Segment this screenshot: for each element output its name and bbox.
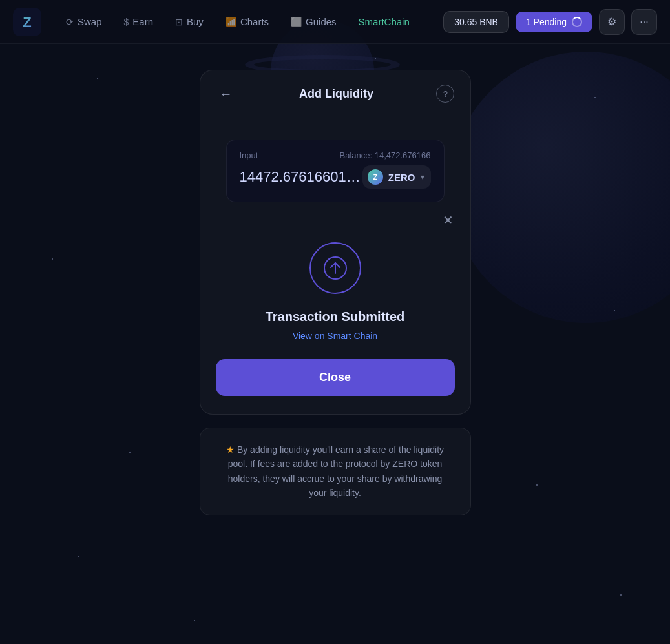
close-icon[interactable]: ✕ bbox=[439, 211, 457, 229]
star bbox=[194, 620, 195, 621]
bnb-balance-badge: 30.65 BNB bbox=[443, 11, 509, 33]
nav-charts[interactable]: 📶 Charts bbox=[216, 11, 278, 32]
info-box: ★By adding liquidity you'll earn a share… bbox=[200, 428, 471, 515]
star-icon: ★ bbox=[226, 444, 235, 455]
app-logo[interactable]: Z bbox=[13, 8, 41, 36]
add-liquidity-card: ← Add Liquidity ? Input Balance: 14,472.… bbox=[200, 70, 471, 415]
nav-swap[interactable]: ⟳ Swap bbox=[57, 11, 111, 32]
nav-chain-label: SmartChain bbox=[359, 16, 410, 27]
info-text: By adding liquidity you'll earn a share … bbox=[228, 444, 444, 498]
back-button[interactable]: ← bbox=[216, 83, 236, 104]
chevron-down-icon: ▾ bbox=[421, 172, 424, 182]
pending-badge[interactable]: 1 Pending bbox=[516, 12, 592, 32]
nav-links: ⟳ Swap $ Earn ⊡ Buy 📶 Charts ⬜ Guides Sm… bbox=[57, 11, 443, 32]
earn-icon: $ bbox=[124, 17, 129, 27]
settings-button[interactable]: ⚙ bbox=[599, 9, 625, 35]
more-button[interactable]: ··· bbox=[631, 9, 657, 35]
input-section: Input Balance: 14,472.676166 14472.67616… bbox=[226, 140, 445, 202]
transaction-submitted-area: Transaction Submitted View on Smart Chai… bbox=[200, 229, 470, 414]
main-content: ← Add Liquidity ? Input Balance: 14,472.… bbox=[0, 44, 670, 515]
input-value: 14472.676166012... bbox=[240, 169, 362, 185]
pending-label: 1 Pending bbox=[526, 17, 567, 27]
nav-charts-label: Charts bbox=[240, 16, 269, 27]
nav-earn-label: Earn bbox=[132, 16, 153, 27]
nav-swap-label: Swap bbox=[78, 16, 102, 27]
close-row: ✕ bbox=[200, 202, 470, 229]
swap-icon: ⟳ bbox=[66, 17, 74, 27]
upload-arrow-icon bbox=[324, 256, 347, 280]
navbar: Z ⟳ Swap $ Earn ⊡ Buy 📶 Charts ⬜ bbox=[0, 0, 670, 44]
loading-spinner bbox=[572, 17, 582, 27]
token-selector[interactable]: Z ZERO ▾ bbox=[362, 165, 431, 189]
nav-chain[interactable]: SmartChain bbox=[350, 11, 419, 32]
input-balance: Balance: 14,472.676166 bbox=[340, 151, 431, 160]
close-button[interactable]: Close bbox=[216, 359, 455, 396]
nav-earn[interactable]: $ Earn bbox=[115, 11, 162, 32]
input-label-row: Input Balance: 14,472.676166 bbox=[240, 151, 431, 160]
view-on-chain-link[interactable]: View on Smart Chain bbox=[293, 331, 377, 341]
input-wrapper: Input Balance: 14,472.676166 14472.67616… bbox=[200, 116, 470, 202]
nav-guides-label: Guides bbox=[306, 16, 337, 27]
nav-buy-label: Buy bbox=[187, 16, 204, 27]
charts-icon: 📶 bbox=[225, 17, 236, 27]
card-title: Add Liquidity bbox=[299, 87, 373, 101]
nav-guides[interactable]: ⬜ Guides bbox=[282, 11, 346, 32]
guides-icon: ⬜ bbox=[291, 17, 302, 27]
card-header: ← Add Liquidity ? bbox=[200, 70, 470, 116]
svg-text:Z: Z bbox=[23, 14, 31, 30]
input-label: Input bbox=[240, 151, 258, 160]
navbar-right: 30.65 BNB 1 Pending ⚙ ··· bbox=[443, 9, 657, 35]
buy-icon: ⊡ bbox=[175, 17, 183, 27]
star bbox=[78, 556, 79, 557]
input-value-row: 14472.676166012... Z ZERO ▾ bbox=[240, 165, 431, 189]
nav-buy[interactable]: ⊡ Buy bbox=[166, 11, 213, 32]
help-button[interactable]: ? bbox=[436, 85, 454, 103]
zero-token-logo: Z bbox=[368, 169, 383, 185]
star bbox=[620, 594, 622, 596]
token-name: ZERO bbox=[388, 172, 415, 183]
tx-submitted-title: Transaction Submitted bbox=[266, 309, 405, 324]
upload-icon-circle bbox=[309, 242, 361, 294]
